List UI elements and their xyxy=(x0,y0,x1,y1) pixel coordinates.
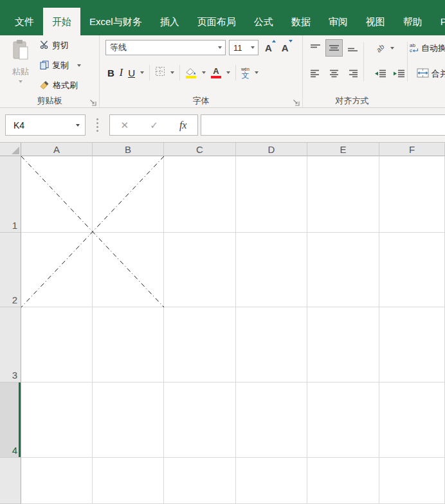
cancel-icon[interactable]: ✕ xyxy=(121,120,129,131)
align-top-button[interactable] xyxy=(307,39,324,57)
cell-d2[interactable] xyxy=(236,233,307,307)
row-header-5-partial[interactable] xyxy=(0,458,21,504)
italic-button[interactable]: I xyxy=(120,67,123,78)
cell-a4[interactable] xyxy=(21,382,93,458)
row-header-4-selected[interactable]: 4 xyxy=(0,382,21,458)
cell-b2[interactable] xyxy=(93,233,164,307)
borders-dropdown-arrow[interactable] xyxy=(170,71,174,74)
cell-e5[interactable] xyxy=(307,458,379,504)
increase-indent-button[interactable] xyxy=(390,65,408,82)
column-header-f[interactable]: F xyxy=(379,143,445,156)
tab-data[interactable]: 数据 xyxy=(282,8,320,35)
tab-file[interactable]: 文件 xyxy=(6,8,43,35)
align-middle-button[interactable] xyxy=(325,39,343,57)
cell-a5[interactable] xyxy=(21,458,93,504)
cell-f3[interactable] xyxy=(379,307,445,382)
column-header-c[interactable]: C xyxy=(164,143,236,156)
column-header-e[interactable]: E xyxy=(307,143,379,156)
cell-b3[interactable] xyxy=(93,307,164,382)
clipboard-dialog-launcher-icon[interactable] xyxy=(89,97,96,105)
cell-d5[interactable] xyxy=(236,458,307,504)
font-color-button[interactable]: A xyxy=(211,67,221,78)
column-header-b[interactable]: B xyxy=(93,143,164,156)
font-color-dropdown-arrow[interactable] xyxy=(226,71,230,74)
paste-button[interactable]: 粘贴 xyxy=(5,39,36,93)
row-header-3[interactable]: 3 xyxy=(0,307,21,382)
tab-formulas[interactable]: 公式 xyxy=(245,8,282,35)
font-name-combobox[interactable]: 等线 xyxy=(105,40,226,55)
font-size-dropdown-arrow[interactable] xyxy=(251,46,255,49)
cell-a3[interactable] xyxy=(21,307,93,382)
tab-help[interactable]: 帮助 xyxy=(394,8,431,35)
align-center-button[interactable] xyxy=(325,65,343,82)
tab-partial[interactable]: P xyxy=(431,8,445,35)
underline-button[interactable]: U xyxy=(128,68,135,78)
tab-view[interactable]: 视图 xyxy=(357,8,394,35)
alignment-group-label: 对齐方式 xyxy=(336,95,369,107)
font-name-dropdown-arrow[interactable] xyxy=(218,46,222,49)
tab-home[interactable]: 开始 xyxy=(43,8,80,35)
column-header-d[interactable]: D xyxy=(236,143,307,156)
cell-f4[interactable] xyxy=(379,382,445,458)
cell-b5[interactable] xyxy=(93,458,164,504)
tab-page-layout[interactable]: 页面布局 xyxy=(188,8,245,35)
tab-insert[interactable]: 插入 xyxy=(151,8,188,35)
font-dialog-launcher-icon[interactable] xyxy=(292,97,300,105)
cell-c4[interactable] xyxy=(164,382,236,458)
name-box[interactable]: K4 xyxy=(5,114,86,136)
cell-c3[interactable] xyxy=(164,307,236,382)
bold-button[interactable]: B xyxy=(107,68,114,78)
row-header-2[interactable]: 2 xyxy=(0,233,21,307)
wrap-text-button[interactable]: ab c 自动换行 xyxy=(410,42,445,54)
decrease-indent-button[interactable] xyxy=(372,65,389,82)
cell-d1[interactable] xyxy=(236,156,307,233)
align-right-button[interactable] xyxy=(344,65,361,82)
cell-b1[interactable] xyxy=(93,156,164,233)
formula-bar-drag-handle[interactable] xyxy=(96,118,98,132)
formula-input[interactable] xyxy=(201,114,445,136)
fill-color-button[interactable] xyxy=(185,68,197,78)
format-painter-button[interactable]: 格式刷 xyxy=(40,78,81,93)
enter-icon[interactable]: ✓ xyxy=(150,120,158,131)
cell-b4[interactable] xyxy=(93,382,164,458)
copy-dropdown-arrow[interactable] xyxy=(77,64,81,67)
paste-dropdown-arrow[interactable] xyxy=(19,80,23,83)
tab-excel-finance[interactable]: Excel与财务 xyxy=(80,8,151,35)
decrease-font-size-button[interactable]: A xyxy=(278,42,292,53)
row-header-1[interactable]: 1 xyxy=(0,156,21,233)
font-size-combobox[interactable]: 11 xyxy=(229,40,259,55)
underline-dropdown-arrow[interactable] xyxy=(140,71,144,74)
select-all-button[interactable] xyxy=(0,143,21,156)
increase-font-size-button[interactable]: A xyxy=(262,42,275,53)
name-box-dropdown-arrow[interactable] xyxy=(76,124,80,127)
cell-e3[interactable] xyxy=(307,307,379,382)
cell-c5[interactable] xyxy=(164,458,236,504)
cell-a1[interactable] xyxy=(21,156,93,233)
borders-button[interactable] xyxy=(155,66,165,79)
cell-c2[interactable] xyxy=(164,233,236,307)
orientation-dropdown-arrow[interactable] xyxy=(390,47,394,50)
cell-f2[interactable] xyxy=(379,233,445,307)
cut-button[interactable]: 剪切 xyxy=(40,39,81,53)
insert-function-icon[interactable]: fx xyxy=(179,120,187,131)
font-name-value: 等线 xyxy=(106,42,218,53)
cell-e4[interactable] xyxy=(307,382,379,458)
tab-review[interactable]: 审阅 xyxy=(320,8,357,35)
cell-f5[interactable] xyxy=(379,458,445,504)
copy-button[interactable]: 复制 xyxy=(40,59,81,73)
merge-center-button[interactable]: 合并后居中 xyxy=(417,68,445,80)
phonetic-dropdown-arrow[interactable] xyxy=(255,71,259,74)
cell-e2[interactable] xyxy=(307,233,379,307)
cell-f1[interactable] xyxy=(379,156,445,233)
align-bottom-button[interactable] xyxy=(344,39,361,57)
cell-c1[interactable] xyxy=(164,156,236,233)
cell-a2[interactable] xyxy=(21,233,93,307)
phonetic-guide-button[interactable]: wén 文 xyxy=(241,67,250,79)
cell-d4[interactable] xyxy=(236,382,307,458)
cell-e1[interactable] xyxy=(307,156,379,233)
column-header-a[interactable]: A xyxy=(21,143,93,156)
fill-color-dropdown-arrow[interactable] xyxy=(202,71,206,74)
orientation-button[interactable]: ab xyxy=(372,39,389,57)
align-left-button[interactable] xyxy=(307,65,324,82)
cell-d3[interactable] xyxy=(236,307,307,382)
